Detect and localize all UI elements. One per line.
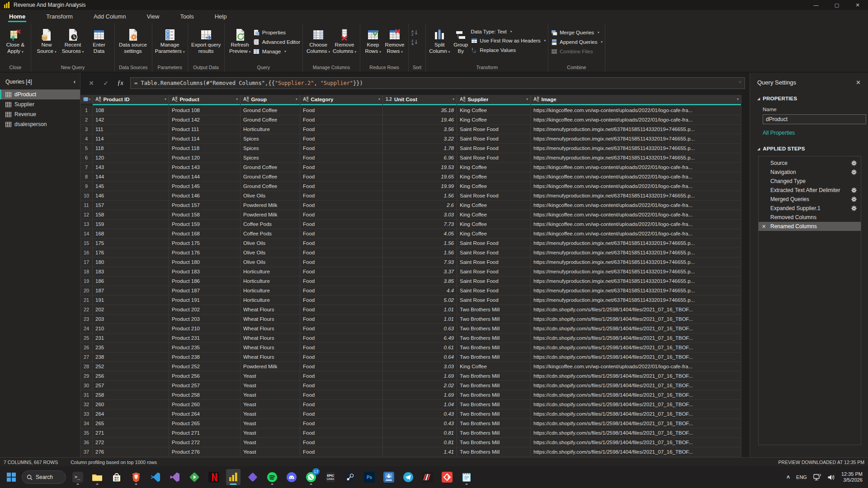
cell[interactable]: 191: [93, 296, 169, 305]
cell[interactable]: 1.56: [383, 248, 457, 257]
cell[interactable]: King Coffee: [457, 115, 531, 124]
cell[interactable]: Product 276: [169, 447, 241, 456]
cell[interactable]: 203: [93, 314, 169, 324]
cell[interactable]: 3.85: [383, 277, 457, 286]
table-row[interactable]: 35271Product 271YeastFood0.81Two Brother…: [80, 428, 741, 438]
cell[interactable]: Two Brothers Mill: [457, 409, 531, 418]
table-row[interactable]: 34265Product 265YeastFood0.43Two Brother…: [80, 419, 741, 428]
sort-descending-button[interactable]: ZA: [411, 38, 420, 45]
sort-ascending-button[interactable]: AZ: [411, 29, 420, 36]
cell[interactable]: https://cdn.shopify.com/s/files/1/2598/1…: [531, 314, 741, 324]
cell[interactable]: Product 203: [169, 314, 241, 324]
cell[interactable]: 265: [93, 419, 169, 428]
cell[interactable]: Wheat Flours: [241, 343, 300, 352]
filter-chevron-icon[interactable]: ▾: [453, 97, 454, 101]
group-by-button[interactable]: GroupBy: [451, 25, 471, 54]
cell[interactable]: Powdered Milk: [241, 201, 300, 210]
cell[interactable]: 186: [93, 277, 169, 286]
filter-chevron-icon[interactable]: ▾: [526, 97, 528, 101]
cell[interactable]: Product 176: [169, 248, 241, 257]
cell[interactable]: https://kingcoffee.com.vn/wp-content/upl…: [531, 115, 741, 124]
cell[interactable]: Horticulture: [241, 125, 300, 134]
cell[interactable]: Product 260: [169, 400, 241, 409]
cell[interactable]: Product 252: [169, 362, 241, 371]
cell[interactable]: 1.78: [383, 144, 457, 153]
table-row[interactable]: 11157Product 157Powdered MilkFood2.6King…: [80, 201, 741, 210]
cell[interactable]: 144: [93, 172, 169, 181]
table-row[interactable]: 17180Product 180Olive OilsFood7.93Saint …: [80, 258, 741, 267]
cell[interactable]: Yeast: [241, 381, 300, 390]
tab-add-column[interactable]: Add Column: [93, 10, 127, 23]
cell[interactable]: https://cdn.shopify.com/s/files/1/2598/1…: [531, 438, 741, 447]
cell[interactable]: Saint Rose Food: [457, 239, 531, 248]
cell[interactable]: Product 187: [169, 286, 241, 295]
table-row[interactable]: 10146Product 146Olive OilsFood1.56Saint …: [80, 191, 741, 201]
cell[interactable]: Food: [300, 428, 383, 437]
cell[interactable]: 271: [93, 428, 169, 437]
table-row[interactable]: 31258Product 258YeastFood1.69Two Brother…: [80, 390, 741, 400]
cell[interactable]: 1.69: [383, 371, 457, 380]
cell[interactable]: 0.43: [383, 419, 457, 428]
cell[interactable]: Coffee Pods: [241, 229, 300, 238]
cell[interactable]: Product 264: [169, 409, 241, 418]
cell[interactable]: Wheat Flours: [241, 333, 300, 343]
cell[interactable]: 257: [93, 381, 169, 390]
cell[interactable]: Product 235: [169, 343, 241, 352]
cell[interactable]: https://cdn.shopify.com/s/files/1/2598/1…: [531, 371, 741, 380]
cell[interactable]: Food: [300, 172, 383, 181]
microsoft-store-icon[interactable]: [109, 469, 124, 485]
cell[interactable]: 0.81: [383, 428, 457, 437]
steam-icon[interactable]: [343, 469, 357, 485]
purple-diamond-icon[interactable]: [245, 469, 260, 485]
merge-queries-button[interactable]: Merge Queries▾: [551, 29, 603, 36]
cell[interactable]: Spices: [241, 134, 300, 143]
green-play-icon[interactable]: [187, 469, 202, 485]
cell[interactable]: Food: [300, 400, 383, 409]
cell[interactable]: Food: [300, 248, 383, 257]
table-row[interactable]: 28252Product 252Powdered MilkFood3.03Kin…: [80, 362, 741, 371]
cell[interactable]: 252: [93, 362, 169, 371]
cell[interactable]: Food: [300, 182, 383, 191]
cell[interactable]: 158: [93, 210, 169, 219]
cell[interactable]: 0.64: [383, 352, 457, 361]
cell[interactable]: King Coffee: [457, 362, 531, 371]
cell[interactable]: Product 108: [169, 106, 241, 115]
cell[interactable]: 3.37: [383, 267, 457, 276]
cell[interactable]: https://cdn.shopify.com/s/files/1/2598/1…: [531, 447, 741, 456]
cell[interactable]: Product 271: [169, 428, 241, 437]
choose-columns-button[interactable]: ChooseColumns▾: [305, 25, 331, 55]
applied-step-extracted-text-after-delimiter[interactable]: Extracted Text After Delimiter: [759, 186, 861, 195]
cell[interactable]: Food: [300, 239, 383, 248]
cell[interactable]: King Coffee: [457, 229, 531, 238]
cell[interactable]: Olive Oils: [241, 248, 300, 257]
cell[interactable]: Saint Rose Food: [457, 144, 531, 153]
cell[interactable]: 168: [93, 229, 169, 238]
delete-step-icon[interactable]: ✕: [762, 224, 766, 230]
applied-step-changed-type[interactable]: Changed Type: [759, 177, 861, 186]
table-row[interactable]: 25231Product 231Wheat FloursFood6.49Two …: [80, 333, 741, 343]
cell[interactable]: Product 257: [169, 381, 241, 390]
applied-step-removed-columns[interactable]: Removed Columns: [759, 213, 861, 222]
cell[interactable]: Horticulture: [241, 267, 300, 276]
column-header-image[interactable]: ABCImage▾: [531, 95, 741, 103]
netflix-icon[interactable]: [207, 469, 221, 485]
cell[interactable]: Powdered Milk: [241, 362, 300, 371]
cell[interactable]: 1.01: [383, 305, 457, 314]
cell[interactable]: 19.65: [383, 172, 457, 181]
cell[interactable]: 1.56: [383, 239, 457, 248]
cell[interactable]: https://kingcoffee.com.vn/wp-content/upl…: [531, 220, 741, 229]
table-row[interactable]: 3111Product 111HorticultureFood3.56Saint…: [80, 125, 741, 134]
cell[interactable]: Product 180: [169, 258, 241, 267]
cell[interactable]: Olive Oils: [241, 191, 300, 200]
cell[interactable]: Product 183: [169, 267, 241, 276]
replace-values-button[interactable]: 12Replace Values: [471, 47, 546, 53]
cell[interactable]: 2.6: [383, 201, 457, 210]
collapse-queries-icon[interactable]: ‹: [74, 78, 75, 85]
cell[interactable]: 0.61: [383, 343, 457, 352]
cell[interactable]: https://cdn.shopify.com/s/files/1/2598/1…: [531, 381, 741, 390]
cell[interactable]: Wheat Flours: [241, 314, 300, 324]
step-settings-gear-icon[interactable]: [851, 196, 857, 202]
commit-formula-icon[interactable]: ✓: [99, 78, 113, 89]
cell[interactable]: Product 143: [169, 163, 241, 172]
cell[interactable]: 3.03: [383, 362, 457, 371]
